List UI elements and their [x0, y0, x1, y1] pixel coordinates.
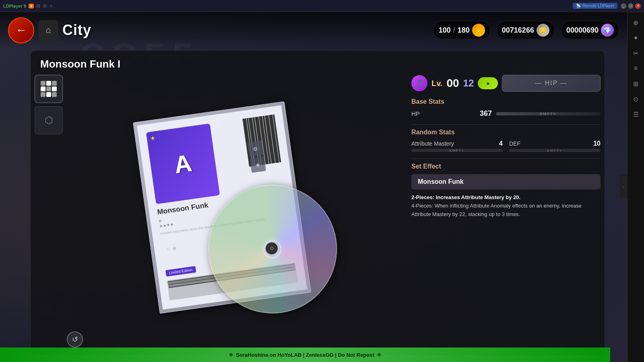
sidebar-icon-5-glyph: ⊞: [633, 80, 638, 88]
hp-current: 100: [439, 26, 451, 35]
reset-icon: ↺: [72, 335, 78, 344]
right-sidebar: ‹ ⊕ ✦ ✂ ≡ ⊞ ⊙ ☰: [627, 12, 644, 362]
polychrome-value: 00000690: [566, 26, 599, 35]
level-value: 00: [446, 77, 459, 90]
hp-separator: /: [453, 26, 455, 35]
def-bar: EMPTY: [509, 149, 601, 152]
level-bar: 🎵 Lv. 00 12 » — HIP —: [411, 75, 601, 92]
disc-icon-1: ○: [166, 246, 170, 252]
sidebar-icon-2[interactable]: ✦: [629, 31, 643, 45]
item-selector: ⬡: [35, 75, 63, 134]
coins-value: 00716266: [502, 26, 534, 35]
sidebar-icon-3-glyph: ✂: [633, 49, 638, 57]
ingame-nav: ← ⌂ City 100 / 180 ⚡ 00716266 🪙 00000690…: [0, 12, 627, 48]
sidebar-icon-4-glyph: ≡: [634, 65, 638, 72]
base-stats-title: Base Stats: [411, 98, 601, 105]
disc-container: ★ A Monsoon Funk ⊕ ★★★★ Detailed informa…: [133, 97, 345, 330]
hp-bar-text: EMPTY: [540, 112, 556, 115]
set-2piece-desc: 2-Pieces: Increases Attribute Mastery by…: [411, 194, 520, 200]
coin-icon: 🪙: [537, 24, 549, 37]
win-controls: _ □ ✕: [621, 3, 641, 9]
hp-stat-value: 367: [472, 109, 492, 118]
set-effect-section: Set Effect Monsoon Funk 2-Pieces: Increa…: [411, 163, 601, 218]
hp-stat-row: HP 367 EMPTY: [411, 109, 601, 118]
sidebar-expand-btn[interactable]: ‹: [619, 175, 627, 199]
sidebar-icon-1-glyph: ⊕: [633, 19, 638, 27]
random-stats-section: Random Stats Attribute Mastery 4 EMPTY: [411, 129, 601, 152]
sidebar-icon-6-glyph: ⊙: [633, 95, 638, 103]
limited-badge: Limited Edition: [165, 266, 196, 276]
attr-mastery-value: 4: [499, 140, 503, 147]
remote-label: Remote LDPlayer: [582, 4, 614, 8]
main-panel: Monsoon Funk I ⬡: [30, 50, 605, 356]
level-max: 12: [463, 78, 474, 89]
set-description: 2-Pieces: Increases Attribute Mastery by…: [411, 193, 601, 218]
disc-bottom-icons: ○ ⊕: [166, 245, 177, 252]
tool-icon-1[interactable]: ⚙: [248, 140, 264, 157]
back-button[interactable]: ←: [8, 17, 34, 43]
def-value: 10: [593, 140, 601, 147]
sidebar-icon-1[interactable]: ⊕: [629, 15, 643, 30]
top-bar-left: LDPlayer 9 9 ⊞ ⚙ ≡: [3, 3, 52, 9]
close-button[interactable]: ✕: [635, 3, 641, 9]
set-name: Monsoon Funk: [418, 178, 464, 185]
ticker-text: SoraHoshina on HoYoLAB | ZenlessGG | Do …: [236, 352, 374, 358]
resource-area: 100 / 180 ⚡ 00716266 🪙 00000690 💎: [433, 21, 619, 39]
city-label: City: [62, 22, 91, 39]
random-stats-row: Attribute Mastery 4 EMPTY DEF 10: [411, 140, 601, 152]
cd-label-area: ★ A: [146, 123, 220, 204]
taskbar-icon1[interactable]: ⊞: [36, 3, 40, 9]
coins-resource: 00716266 🪙: [497, 21, 555, 39]
back-arrow-icon: ←: [16, 24, 27, 37]
level-label: Lv.: [431, 79, 442, 88]
attr-mastery-header: Attribute Mastery 4: [411, 140, 503, 147]
energy-icon: ⚡: [472, 24, 485, 37]
sidebar-icon-7[interactable]: ☰: [629, 107, 643, 121]
polychrome-icon: 💎: [601, 24, 614, 37]
polychrome-resource: 00000690 💎: [561, 21, 619, 39]
stats-panel: 🎵 Lv. 00 12 » — HIP — Base Stats HP 367: [411, 75, 601, 352]
taskbar-icon3[interactable]: ≡: [50, 3, 52, 9]
top-bar-right: 📡 Remote LDPlayer _ □ ✕: [573, 3, 641, 9]
ticker-dot-2: [378, 353, 381, 356]
sidebar-icon-6[interactable]: ⊙: [629, 92, 643, 106]
bottom-ticker: SoraHoshina on HoYoLAB | ZenlessGG | Do …: [0, 348, 610, 362]
disc-area: ★ A Monsoon Funk ⊕ ★★★★ Detailed informa…: [67, 75, 411, 352]
def-header: DEF 10: [509, 140, 601, 147]
equip-button[interactable]: — HIP —: [502, 75, 601, 92]
remote-ldplayer-btn[interactable]: 📡 Remote LDPlayer: [573, 3, 617, 9]
attr-mastery-bar-text: EMPTY: [450, 149, 465, 152]
ldplayer-logo: LDPlayer 9: [3, 4, 26, 8]
sidebar-icon-4[interactable]: ≡: [629, 61, 643, 76]
reset-button[interactable]: ↺: [67, 331, 83, 348]
disc-center: ⊙: [265, 242, 279, 255]
panel-title: Monsoon Funk I: [40, 58, 120, 70]
level-advance-button[interactable]: »: [478, 77, 498, 89]
hp-resource: 100 / 180 ⚡: [433, 21, 490, 39]
item-slot-2[interactable]: ⬡: [35, 106, 63, 134]
taskbar-icon2[interactable]: ⚙: [43, 3, 47, 9]
hp-stat-bar: EMPTY: [496, 112, 601, 115]
item-slot-1[interactable]: [35, 75, 63, 103]
top-bar: LDPlayer 9 9 ⊞ ⚙ ≡ 📡 Remote LDPlayer _ □…: [0, 0, 644, 12]
ldplayer-badge: 9: [29, 4, 34, 8]
home-button[interactable]: ⌂: [38, 20, 58, 40]
def-col: DEF 10 EMPTY: [509, 140, 601, 152]
home-icon: ⌂: [45, 25, 51, 35]
set-effect-title: Set Effect: [411, 163, 601, 170]
remote-icon: 📡: [576, 4, 581, 8]
tool-icon-2[interactable]: ◈: [250, 156, 266, 173]
attr-mastery-bar: EMPTY: [411, 149, 503, 152]
maximize-button[interactable]: □: [628, 3, 634, 9]
expand-icon: ‹: [623, 185, 624, 189]
random-stats-title: Random Stats: [411, 129, 601, 136]
attr-mastery-col: Attribute Mastery 4 EMPTY: [411, 140, 503, 152]
sidebar-icon-5[interactable]: ⊞: [629, 76, 643, 91]
game-area: COFF TE 4-B ← ⌂ City 100 / 180 ⚡ 0071626…: [0, 12, 627, 362]
cd-label-char: A: [172, 149, 194, 179]
set-name-bar: Monsoon Funk: [411, 174, 601, 189]
sidebar-icon-3[interactable]: ✂: [629, 46, 643, 60]
ticker-dot-1: [229, 353, 233, 356]
minimize-button[interactable]: _: [621, 3, 626, 9]
set-4piece-desc: 4-Pieces: When inflicting Attribute Anom…: [411, 203, 582, 217]
